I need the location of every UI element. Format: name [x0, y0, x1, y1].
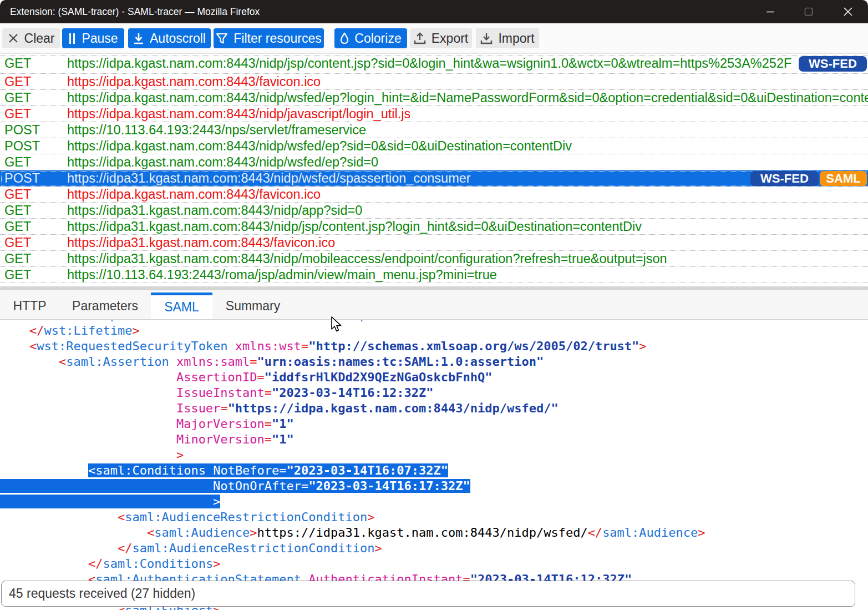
request-method: GET [4, 90, 31, 105]
xml-token [0, 320, 59, 322]
text-selection [0, 495, 213, 508]
request-method: GET [4, 235, 31, 250]
request-row[interactable]: GEThttps://idpa.kgast.nam.com:8443/nidp/… [0, 106, 868, 122]
text-selection [0, 479, 213, 493]
request-row[interactable]: GEThttps://idpa.kgast.nam.com:8443/favic… [0, 186, 868, 203]
text-selection: > [213, 495, 220, 508]
maximize-icon [804, 7, 813, 16]
xml-line: </saml:Conditions> [0, 556, 868, 572]
tab-saml-label: SAML [164, 300, 199, 315]
close-button[interactable] [831, 0, 865, 23]
text-selection: "2023-03-14T16:07:32Z" [287, 463, 448, 477]
autoscroll-icon [133, 33, 144, 44]
minimize-button[interactable] [753, 0, 788, 23]
xml-token: > [176, 448, 184, 462]
colorize-button[interactable]: Colorize [334, 28, 407, 48]
xml-token: > [147, 320, 154, 322]
xml-token: Issuer [176, 401, 220, 415]
colorize-label: Colorize [354, 31, 401, 46]
tab-summary-label: Summary [226, 299, 280, 314]
import-button[interactable]: Import [476, 28, 539, 48]
request-url: https://10.113.64.193:2443/roma/jsp/admi… [67, 267, 868, 283]
export-button[interactable]: Export [410, 28, 472, 48]
request-row[interactable]: GEThttps://idpa31.kgast.nam.com:8443/nid… [0, 203, 868, 219]
pane-splitter[interactable] [0, 286, 868, 290]
xml-line: <saml:AudienceRestrictionCondition> [0, 510, 868, 525]
request-method: POST [4, 170, 40, 186]
request-row[interactable]: GEThttps://idpa.kgast.nam.com:8443/nidp/… [0, 56, 868, 74]
request-method: GET [4, 203, 31, 218]
request-row[interactable]: GEThttps://idpa.kgast.nam.com:8443/nidp/… [0, 90, 868, 106]
xml-line: > [0, 447, 868, 463]
xml-token: = [220, 401, 227, 415]
saml-content-pane[interactable]: <wsu:Expires>2023-03-14T16:17:32Z</wsu:E… [0, 320, 868, 610]
xml-token: xmlns:wst [235, 339, 301, 353]
xml-token: > [132, 324, 139, 337]
xml-token: > [698, 526, 705, 540]
text-selection: saml:Conditions [95, 463, 206, 477]
request-row[interactable]: POSThttps://10.113.64.193:2443/nps/servl… [0, 122, 868, 138]
request-row[interactable]: GEThttps://idpa31.kgast.nam.com:8443/nid… [0, 251, 868, 267]
xml-token: "2023-03-14T16:12:32Z" [272, 386, 433, 400]
xml-token: wst:RequestedSecurityToken [37, 339, 227, 353]
request-url: https://idpa31.kgast.nam.com:8443/nidp/a… [67, 203, 868, 218]
clear-button[interactable]: Clear [2, 28, 60, 48]
xml-token: = [250, 355, 257, 369]
xml-token: </ [29, 324, 44, 337]
xml-token: wsu:Expires [316, 320, 397, 322]
xml-token [0, 463, 88, 477]
ws-fed-badge: WS-FED [799, 56, 867, 72]
title-bar: Extension: (SAML-tracer) - SAML-tracer —… [0, 0, 868, 23]
request-url: https://idpa.kgast.nam.com:8443/favicon.… [67, 74, 868, 89]
xml-line: <saml:Audience>https://idpa31.kgast.nam.… [0, 525, 868, 541]
text-selection: NotOnOrAfter [213, 479, 301, 493]
droplet-icon [340, 32, 349, 44]
xml-token: saml:Audience [602, 526, 698, 540]
xml-token [0, 448, 176, 462]
xml-token: > [375, 541, 382, 555]
text-selection: "2023-03-14T16:17:32Z" [308, 479, 470, 493]
request-row[interactable]: GEThttps://idpa.kgast.nam.com:8443/favic… [0, 74, 868, 90]
ws-fed-badge: WS-FED [750, 171, 819, 186]
request-method: GET [4, 219, 31, 234]
maximize-button[interactable] [791, 0, 826, 23]
request-row[interactable]: POSThttps://idpa.kgast.nam.com:8443/nidp… [0, 138, 868, 154]
tab-http[interactable]: HTTP [0, 293, 59, 319]
tab-parameters[interactable]: Parameters [59, 293, 151, 319]
request-row[interactable]: GEThttps://10.113.64.193:2443/roma/jsp/a… [0, 267, 868, 283]
tab-parameters-label: Parameters [72, 299, 138, 314]
xml-token [0, 355, 59, 369]
request-row[interactable]: GEThttps://idpa31.kgast.nam.com:8443/nid… [0, 219, 868, 235]
xml-token: < [147, 526, 154, 540]
xml-token: > [639, 339, 646, 353]
xml-token: < [59, 355, 66, 369]
request-url: https://idpa31.kgast.nam.com:8443/nidp/j… [67, 219, 868, 234]
request-url: https://idpa31.kgast.nam.com:8443/favico… [67, 235, 868, 250]
saml-tracer-window: Extension: (SAML-tracer) - SAML-tracer —… [0, 0, 868, 610]
xml-token: IssueInstant [176, 386, 265, 400]
import-icon [480, 32, 493, 44]
xml-token: "urn:oasis:names:tc:SAML:1.0:assertion" [257, 355, 544, 369]
pause-label: Pause [82, 31, 118, 46]
request-row[interactable]: GEThttps://idpa.kgast.nam.com:8443/nidp/… [0, 154, 868, 170]
request-url: https://10.113.64.193:2443/nps/servlet/f… [67, 122, 868, 138]
xml-token: </ [118, 541, 133, 555]
xml-token: = [301, 339, 308, 353]
saml-badge: SAML [820, 171, 867, 186]
request-url: https://idpa.kgast.nam.com:8443/favicon.… [67, 186, 868, 202]
import-label: Import [498, 31, 534, 46]
tab-summary[interactable]: Summary [212, 293, 293, 319]
request-method: GET [4, 56, 31, 71]
tab-bar: HTTP Parameters SAML Summary [0, 290, 868, 320]
xml-token [0, 510, 118, 524]
request-row[interactable]: POSThttps://idpa31.kgast.nam.com:8443/ni… [0, 170, 868, 186]
xml-token: MinorVersion [176, 432, 265, 446]
xml-token: > [367, 510, 374, 524]
request-url: https://idpa.kgast.nam.com:8443/nidp/wsf… [67, 138, 868, 154]
pause-button[interactable]: Pause [62, 28, 124, 48]
filter-resources-button[interactable]: Filter resources [214, 28, 324, 48]
export-label: Export [432, 31, 468, 46]
autoscroll-button[interactable]: Autoscroll [128, 28, 211, 48]
tab-saml[interactable]: SAML [151, 293, 212, 319]
request-row[interactable]: GEThttps://idpa31.kgast.nam.com:8443/fav… [0, 235, 868, 251]
